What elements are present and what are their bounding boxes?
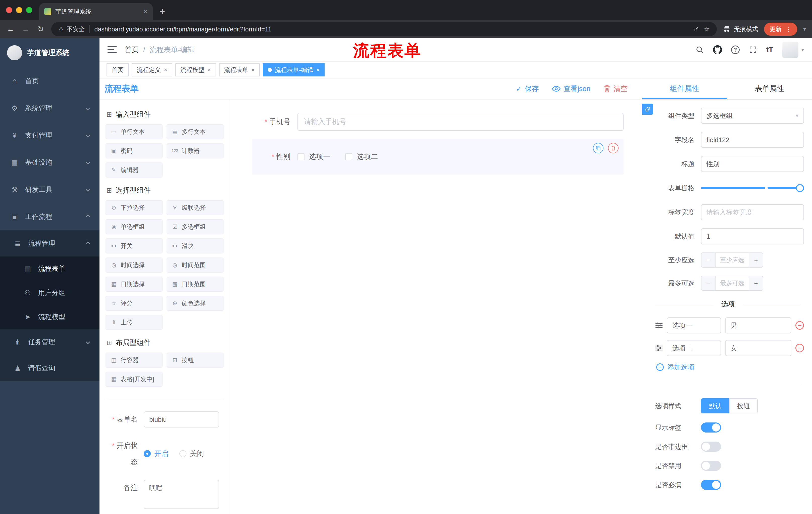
- remove-option-button[interactable]: −: [795, 344, 804, 352]
- forward-icon[interactable]: →: [21, 25, 30, 33]
- minimize-window-button[interactable]: [16, 7, 22, 13]
- update-browser-button[interactable]: 更新 ⋮: [764, 23, 797, 36]
- sidebar-item-home[interactable]: ⌂ 首页: [0, 67, 99, 94]
- required-switch[interactable]: [701, 480, 721, 490]
- phone-input[interactable]: [297, 113, 624, 131]
- github-icon[interactable]: [713, 45, 722, 54]
- palette-item-date-picker[interactable]: ▦日期选择: [106, 277, 163, 292]
- option-label-input[interactable]: [667, 317, 721, 333]
- password-key-icon[interactable]: [693, 26, 699, 32]
- with-border-switch[interactable]: [701, 441, 721, 452]
- bookmark-star-icon[interactable]: ☆: [704, 26, 710, 32]
- component-type-select[interactable]: 多选框组 ▾: [701, 108, 804, 124]
- close-window-button[interactable]: [6, 7, 12, 13]
- max-select-value[interactable]: 最多可选: [716, 276, 749, 290]
- tag-process-definition[interactable]: 流程定义 ×: [132, 63, 172, 77]
- copy-component-button[interactable]: [593, 143, 604, 154]
- sidebar-item-leave-query[interactable]: ♟ 请假查询: [0, 355, 99, 381]
- canvas-field-phone[interactable]: 手机号: [252, 113, 624, 131]
- drag-handle-icon[interactable]: [655, 345, 663, 352]
- palette-item-multi-text[interactable]: ▤多行文本: [167, 124, 224, 139]
- palette-item-row-container[interactable]: ◫行容器: [106, 353, 163, 368]
- search-icon[interactable]: [695, 46, 704, 54]
- security-indicator[interactable]: ⚠ 不安全: [58, 25, 90, 33]
- sidebar-item-payment[interactable]: ¥ 支付管理: [0, 122, 99, 149]
- sidebar-item-devtools[interactable]: ⚒ 研发工具: [0, 176, 99, 203]
- sidebar-item-process-form[interactable]: ▤ 流程表单: [0, 256, 99, 281]
- close-tag-icon[interactable]: ×: [164, 67, 167, 73]
- sidebar-item-workflow[interactable]: ▣ 工作流程: [0, 203, 99, 231]
- close-tab-icon[interactable]: ×: [144, 8, 148, 15]
- palette-item-dropdown[interactable]: ⊙下拉选择: [106, 200, 163, 215]
- remove-option-button[interactable]: −: [795, 321, 804, 330]
- decrease-button[interactable]: −: [701, 276, 716, 290]
- add-option-button[interactable]: + 添加选项: [656, 362, 694, 372]
- address-bar[interactable]: ⚠ 不安全 dashboard.yudao.iocoder.cn/bpm/man…: [51, 22, 717, 36]
- drag-handle-icon[interactable]: [655, 322, 663, 329]
- palette-item-date-range[interactable]: ▧日期范围: [167, 277, 224, 292]
- gender-option-2-checkbox[interactable]: 选项二: [345, 152, 378, 161]
- view-json-button[interactable]: 查看json: [552, 84, 590, 93]
- tag-process-form-edit[interactable]: 流程表单-编辑 ×: [263, 63, 325, 77]
- min-select-value[interactable]: 至少应选: [716, 253, 749, 267]
- sidebar-item-infrastructure[interactable]: ▤ 基础设施: [0, 149, 99, 176]
- palette-item-checkbox-group[interactable]: ☑多选框组: [167, 219, 224, 234]
- palette-item-radio-group[interactable]: ◉单选框组: [106, 219, 163, 234]
- tag-process-form[interactable]: 流程表单 ×: [219, 63, 260, 77]
- increase-button[interactable]: +: [749, 253, 763, 267]
- tab-form-props[interactable]: 表单属性: [727, 78, 812, 99]
- style-button-button[interactable]: 按钮: [729, 398, 758, 413]
- palette-item-table[interactable]: ▦表格[开发中]: [106, 372, 163, 387]
- palette-item-time-range[interactable]: ◶时间范围: [167, 258, 224, 273]
- option-value-input[interactable]: [725, 317, 791, 333]
- palette-item-cascader[interactable]: ⋎级联选择: [167, 200, 224, 215]
- browser-tab[interactable]: 芋道管理系统 ×: [39, 3, 153, 20]
- hamburger-icon[interactable]: [108, 46, 117, 54]
- save-button[interactable]: ✓ 保存: [516, 84, 539, 93]
- option-value-input[interactable]: [725, 340, 791, 356]
- close-tag-icon[interactable]: ×: [251, 67, 255, 73]
- palette-item-single-text[interactable]: ▭单行文本: [106, 124, 163, 139]
- palette-item-password[interactable]: ▣密码: [106, 143, 163, 158]
- font-size-icon[interactable]: tT: [766, 46, 773, 54]
- sidebar-item-system[interactable]: ⚙ 系统管理: [0, 94, 99, 122]
- tab-component-props[interactable]: 组件属性: [642, 78, 727, 99]
- palette-item-time-picker[interactable]: ◷时间选择: [106, 258, 163, 273]
- default-value-input[interactable]: [701, 228, 804, 244]
- sidebar-item-process-model[interactable]: ➤ 流程模型: [0, 305, 99, 329]
- form-name-input[interactable]: [144, 411, 219, 428]
- back-icon[interactable]: ←: [6, 25, 15, 33]
- sidebar-item-process-management[interactable]: ≣ 流程管理: [0, 231, 99, 256]
- delete-component-button[interactable]: [608, 143, 618, 154]
- breadcrumb-home[interactable]: 首页: [125, 45, 139, 55]
- field-name-input[interactable]: [701, 132, 804, 148]
- palette-item-switch[interactable]: ⊶开关: [106, 238, 163, 253]
- app-logo[interactable]: 芋道管理系统: [0, 38, 99, 67]
- fullscreen-icon[interactable]: [749, 46, 757, 54]
- canvas-field-gender-selected[interactable]: 性别 选项一 选项二: [252, 139, 624, 174]
- help-icon[interactable]: ?: [731, 46, 740, 54]
- palette-item-rate[interactable]: ☆评分: [106, 296, 163, 311]
- zoom-window-button[interactable]: [26, 7, 32, 13]
- close-tag-icon[interactable]: ×: [207, 67, 211, 73]
- browser-menu-icon[interactable]: ⋮: [785, 25, 792, 33]
- tag-process-model[interactable]: 流程模型 ×: [175, 63, 216, 77]
- status-on-radio[interactable]: 开启: [144, 449, 168, 458]
- style-default-button[interactable]: 默认: [701, 398, 730, 413]
- label-width-input[interactable]: [701, 204, 804, 220]
- palette-item-button[interactable]: ⊡按钮: [167, 353, 224, 368]
- close-tag-icon[interactable]: ×: [316, 67, 320, 73]
- palette-item-upload[interactable]: ⇧上传: [106, 315, 163, 330]
- decrease-button[interactable]: −: [701, 253, 716, 267]
- palette-item-counter[interactable]: 123计数器: [167, 143, 224, 158]
- palette-item-slider[interactable]: ⊷滑块: [167, 238, 224, 253]
- increase-button[interactable]: +: [749, 276, 763, 290]
- tag-home[interactable]: 首页: [107, 63, 128, 77]
- gender-option-1-checkbox[interactable]: 选项一: [297, 152, 330, 161]
- palette-item-editor[interactable]: ✎编辑器: [106, 162, 163, 178]
- slider-handle[interactable]: [796, 184, 804, 192]
- title-input[interactable]: [701, 156, 804, 172]
- clear-button[interactable]: 清空: [604, 84, 628, 93]
- user-menu[interactable]: ▾: [782, 42, 804, 58]
- status-off-radio[interactable]: 关闭: [179, 449, 204, 458]
